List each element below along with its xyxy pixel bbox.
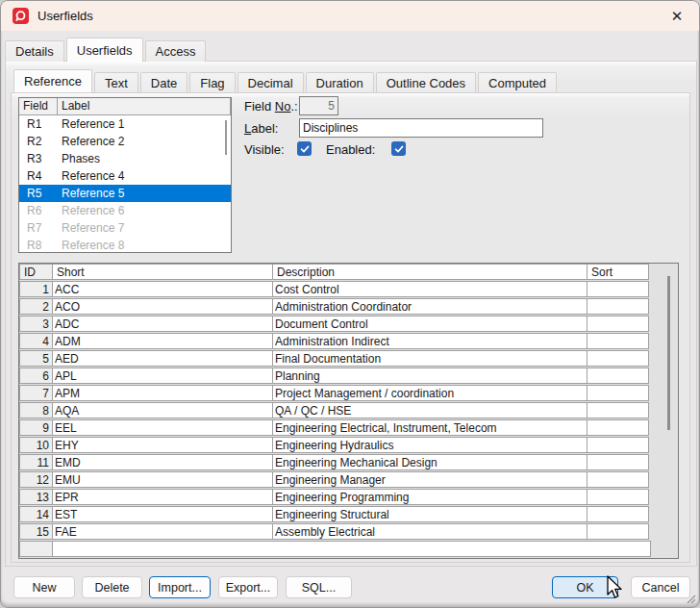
grid-cell-sort[interactable] xyxy=(587,316,649,332)
grid-column-header-id[interactable]: ID xyxy=(19,264,53,280)
grid-row[interactable]: 4ADMAdministration Indirect xyxy=(19,333,678,350)
grid-row[interactable]: 3ADCDocument Control xyxy=(19,316,678,333)
sql-button[interactable]: SQL... xyxy=(286,576,352,598)
grid-cell-id[interactable]: 3 xyxy=(19,316,53,332)
grid-cell-short[interactable]: ACC xyxy=(52,281,273,297)
grid-cell-id[interactable]: 11 xyxy=(19,454,53,470)
tab-access[interactable]: Access xyxy=(145,40,207,62)
grid-row[interactable]: 13EPREngineering Programming xyxy=(19,489,678,506)
field-list-row[interactable]: R4Reference 4 xyxy=(19,167,231,185)
grid-cell-sort[interactable] xyxy=(587,402,649,418)
grid-cell-short[interactable]: AED xyxy=(52,350,273,367)
grid-row[interactable]: 6APLPlanning xyxy=(19,367,678,385)
tab-details[interactable]: Details xyxy=(5,40,64,62)
grid-cell-sort[interactable] xyxy=(587,298,649,315)
grid-row[interactable]: 9EELEngineering Electrical, Instrument, … xyxy=(19,419,678,437)
grid-cell-desc[interactable]: Project Management / coordination xyxy=(272,385,588,401)
grid-cell-sort[interactable] xyxy=(587,385,649,401)
grid-cell-id[interactable]: 7 xyxy=(19,385,53,401)
subtab-computed[interactable]: Computed xyxy=(478,72,557,92)
grid-cell-desc[interactable]: Engineering Structural xyxy=(272,506,588,522)
field-list-row[interactable]: R8Reference 8 xyxy=(19,237,231,253)
grid-cell-desc[interactable]: QA / QC / HSE xyxy=(272,402,588,418)
grid-cell-id[interactable]: 14 xyxy=(19,506,53,522)
grid-column-header-short[interactable]: Short xyxy=(52,264,273,280)
grid-row[interactable]: 8AQAQA / QC / HSE xyxy=(19,402,678,419)
grid-cell-short[interactable]: APM xyxy=(52,385,273,401)
field-list-row[interactable]: R5Reference 5 xyxy=(19,185,231,202)
export-button[interactable]: Export... xyxy=(218,576,278,598)
tab-userfields[interactable]: Userfields xyxy=(66,38,143,62)
grid-cell-short[interactable]: EMD xyxy=(52,454,273,470)
import-button[interactable]: Import... xyxy=(149,576,211,598)
grid-cell-sort[interactable] xyxy=(587,471,649,488)
new-button[interactable]: New xyxy=(13,576,75,598)
grid-cell-desc[interactable]: Assembly Electrical xyxy=(272,523,588,540)
grid-cell-desc[interactable]: Document Control xyxy=(272,316,588,332)
grid-cell-id[interactable]: 15 xyxy=(19,523,53,540)
grid-cell-desc[interactable]: Planning xyxy=(272,367,588,384)
grid-row[interactable]: 11EMDEngineering Mechanical Design xyxy=(19,454,678,471)
grid-cell-id[interactable]: 9 xyxy=(19,419,53,436)
grid-cell-desc[interactable]: Final Documentation xyxy=(272,350,588,367)
grid-cell-short[interactable]: EEL xyxy=(52,419,273,436)
grid-cell-id[interactable]: 8 xyxy=(19,402,53,418)
grid-cell-id[interactable]: 13 xyxy=(19,489,53,505)
field-list-scrollbar[interactable] xyxy=(225,120,227,155)
grid-cell-sort[interactable] xyxy=(587,281,649,297)
grid-row[interactable]: 5AEDFinal Documentation xyxy=(19,350,678,367)
field-column-header[interactable]: Field xyxy=(19,98,58,115)
grid-row[interactable]: 12EMUEngineering Manager xyxy=(19,471,678,489)
subtab-date[interactable]: Date xyxy=(140,72,188,92)
grid-cell-sort[interactable] xyxy=(587,454,649,470)
grid-cell-sort[interactable] xyxy=(587,367,649,384)
subtab-decimal[interactable]: Decimal xyxy=(238,72,304,92)
grid-cell-desc[interactable]: Cost Control xyxy=(272,281,588,297)
subtab-duration[interactable]: Duration xyxy=(306,72,374,92)
grid-column-header-description[interactable]: Description xyxy=(272,264,588,280)
grid-cell-id[interactable]: 6 xyxy=(19,367,53,384)
grid-cell-short[interactable]: APL xyxy=(52,367,273,384)
subtab-text[interactable]: Text xyxy=(94,72,138,92)
grid-cell-sort[interactable] xyxy=(587,350,649,367)
grid-cell-short[interactable]: EHY xyxy=(52,437,273,453)
grid-column-header-sort[interactable]: Sort xyxy=(587,264,649,280)
field-list-row[interactable]: R6Reference 6 xyxy=(19,202,231,219)
enabled-checkbox[interactable] xyxy=(391,141,406,156)
grid-cell-desc[interactable]: Administration Coordinator xyxy=(272,298,588,315)
grid-cell-short[interactable]: ACO xyxy=(52,298,273,315)
grid-cell-desc[interactable]: Engineering Manager xyxy=(272,471,588,488)
label-input[interactable] xyxy=(299,118,543,138)
grid-cell-desc[interactable]: Engineering Electrical, Instrument, Tele… xyxy=(272,419,588,436)
subtab-flag[interactable]: Flag xyxy=(189,72,235,92)
grid-cell-short[interactable]: EST xyxy=(52,506,273,522)
grid-cell-sort[interactable] xyxy=(587,489,649,505)
grid-row[interactable]: 2ACOAdministration Coordinator xyxy=(19,298,678,316)
delete-button[interactable]: Delete xyxy=(82,576,142,598)
label-column-header[interactable]: Label xyxy=(58,98,231,115)
subtab-outline-codes[interactable]: Outline Codes xyxy=(376,72,476,92)
grid-cell-id[interactable]: 1 xyxy=(19,281,53,297)
grid-cell-sort[interactable] xyxy=(587,333,649,349)
grid-cell-id[interactable]: 5 xyxy=(19,350,53,367)
field-list-row[interactable]: R7Reference 7 xyxy=(19,219,231,237)
grid-cell-id[interactable]: 10 xyxy=(19,437,53,453)
grid-cell-short[interactable]: AQA xyxy=(52,402,273,418)
grid-row[interactable]: 15FAEAssembly Electrical xyxy=(19,523,678,541)
grid-scrollbar[interactable] xyxy=(667,276,670,430)
resize-grip-icon[interactable] xyxy=(685,593,696,604)
grid-cell-sort[interactable] xyxy=(587,523,649,540)
close-icon[interactable]: ✕ xyxy=(661,3,693,29)
field-list-row[interactable]: R1Reference 1 xyxy=(19,115,231,133)
grid-cell-short[interactable]: FAE xyxy=(52,523,273,540)
grid-row[interactable]: 7APMProject Management / coordination xyxy=(19,385,678,402)
visible-checkbox[interactable] xyxy=(297,141,312,156)
cancel-button[interactable]: Cancel xyxy=(631,576,690,598)
grid-row[interactable]: 14ESTEngineering Structural xyxy=(19,506,678,523)
grid-cell-id[interactable]: 4 xyxy=(19,333,53,349)
grid-cell-desc[interactable]: Engineering Hydraulics xyxy=(272,437,588,453)
grid-row[interactable]: 1ACCCost Control xyxy=(19,281,678,298)
grid-cell-short[interactable]: ADC xyxy=(52,316,273,332)
grid-cell-desc[interactable]: Engineering Mechanical Design xyxy=(272,454,588,470)
grid-row[interactable]: 10EHYEngineering Hydraulics xyxy=(19,437,678,454)
